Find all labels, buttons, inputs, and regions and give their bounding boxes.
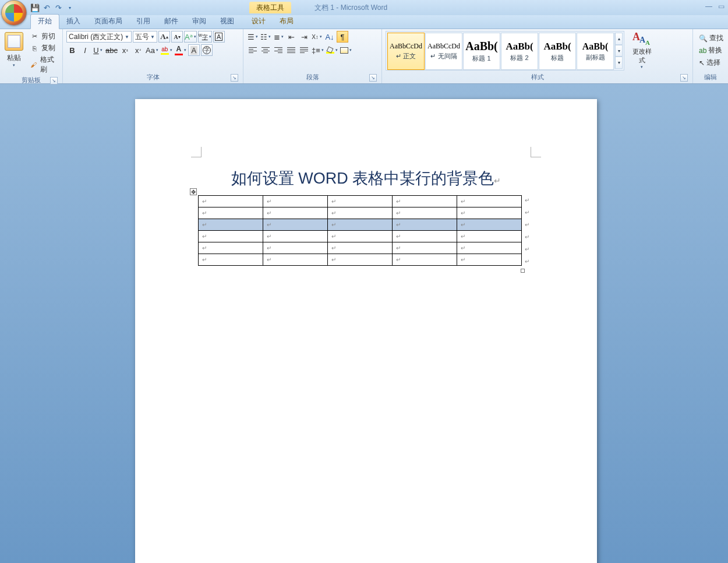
highlight-button[interactable]: ab xyxy=(160,44,173,56)
subscript-button[interactable]: x₂ xyxy=(119,44,131,56)
strike-button[interactable]: abc xyxy=(105,44,118,56)
table-cell[interactable]: ↵ xyxy=(199,254,263,266)
enclose-char-button[interactable]: 字 xyxy=(201,44,213,56)
table-cell[interactable]: ↵ xyxy=(263,242,328,254)
table-row[interactable]: ↵↵↵↵↵ xyxy=(199,219,522,231)
tab-view[interactable]: 视图 xyxy=(213,15,241,29)
undo-icon[interactable]: ↶ xyxy=(42,3,51,12)
change-case-button[interactable]: Aa xyxy=(145,44,159,56)
font-size-combo[interactable]: 五号▼ xyxy=(133,31,157,43)
italic-button[interactable]: I xyxy=(79,44,91,56)
document-area[interactable]: 如何设置 WORD 表格中某行的背景色↵ ✥ ↵↵↵↵↵↵↵↵↵↵↵↵↵↵↵↵↵… xyxy=(0,84,728,563)
find-button[interactable]: 🔍查找 xyxy=(698,32,725,44)
table-row[interactable]: ↵↵↵↵↵ xyxy=(199,254,522,266)
table-cell[interactable]: ↵ xyxy=(393,231,457,242)
tab-table-layout[interactable]: 布局 xyxy=(273,15,301,29)
table-cell[interactable]: ↵ xyxy=(457,207,522,219)
table-row[interactable]: ↵↵↵↵↵ xyxy=(199,242,522,254)
cut-button[interactable]: ✂剪切 xyxy=(29,31,59,42)
format-painter-button[interactable]: 🖌格式刷 xyxy=(29,54,59,75)
table-cell[interactable]: ↵ xyxy=(199,196,263,207)
table-cell[interactable]: ↵ xyxy=(328,242,393,254)
table-cell[interactable]: ↵ xyxy=(263,196,328,207)
table-cell[interactable]: ↵ xyxy=(199,207,263,219)
style-item-1[interactable]: AaBbCcDd↵ 无间隔 xyxy=(425,33,462,70)
table-cell[interactable]: ↵ xyxy=(263,219,328,231)
table-cell[interactable]: ↵ xyxy=(199,231,263,242)
restore-icon[interactable]: ▭ xyxy=(718,2,725,10)
table-move-handle[interactable]: ✥ xyxy=(190,188,197,195)
numbering-button[interactable]: ☷ xyxy=(260,31,271,43)
tab-review[interactable]: 审阅 xyxy=(185,15,213,29)
tab-references[interactable]: 引用 xyxy=(129,15,157,29)
document-table[interactable]: ↵↵↵↵↵↵↵↵↵↵↵↵↵↵↵↵↵↵↵↵↵↵↵↵↵↵↵↵↵↵ xyxy=(198,195,522,266)
office-button[interactable] xyxy=(1,0,27,26)
clear-format-button[interactable]: Aᵃ xyxy=(184,31,197,43)
distributed-button[interactable] xyxy=(298,44,310,56)
table-cell[interactable]: ↵ xyxy=(328,254,393,266)
table-row[interactable]: ↵↵↵↵↵ xyxy=(199,231,522,242)
font-color-button[interactable]: A xyxy=(174,44,187,56)
table-cell[interactable]: ↵ xyxy=(199,219,263,231)
char-shading-button[interactable]: A xyxy=(188,44,200,56)
table-cell[interactable]: ↵ xyxy=(263,254,328,266)
increase-indent-button[interactable]: ⇥ xyxy=(298,31,310,43)
table-cell[interactable]: ↵ xyxy=(328,231,393,242)
table-cell[interactable]: ↵ xyxy=(328,219,393,231)
superscript-button[interactable]: x² xyxy=(132,44,144,56)
table-cell[interactable]: ↵ xyxy=(393,242,457,254)
replace-button[interactable]: ab替换 xyxy=(698,44,725,57)
table-cell[interactable]: ↵ xyxy=(393,219,457,231)
align-left-button[interactable] xyxy=(247,44,259,56)
styles-launcher[interactable]: ↘ xyxy=(680,74,688,82)
page[interactable]: 如何设置 WORD 表格中某行的背景色↵ ✥ ↵↵↵↵↵↵↵↵↵↵↵↵↵↵↵↵↵… xyxy=(135,99,597,563)
table-resize-handle[interactable] xyxy=(521,269,525,273)
align-right-button[interactable] xyxy=(273,44,284,56)
copy-button[interactable]: ⎘复制 xyxy=(29,43,59,54)
style-item-4[interactable]: AaBb(标题 xyxy=(539,33,576,70)
paragraph-launcher[interactable]: ↘ xyxy=(369,74,377,82)
table-cell[interactable]: ↵ xyxy=(457,242,522,254)
align-center-button[interactable] xyxy=(260,44,271,56)
underline-button[interactable]: U xyxy=(92,44,104,56)
tab-home[interactable]: 开始 xyxy=(30,14,59,29)
table-cell[interactable]: ↵ xyxy=(199,242,263,254)
phonetic-guide-button[interactable]: w字 xyxy=(198,31,212,43)
table-cell[interactable]: ↵ xyxy=(393,207,457,219)
table-row[interactable]: ↵↵↵↵↵ xyxy=(199,207,522,219)
tab-table-design[interactable]: 设计 xyxy=(245,15,273,29)
show-marks-button[interactable]: ¶ xyxy=(337,31,348,43)
grow-font-button[interactable]: A▴ xyxy=(158,31,170,43)
gallery-up-button[interactable]: ▴ xyxy=(615,33,623,45)
gallery-down-button[interactable]: ▾ xyxy=(615,45,623,57)
document-heading[interactable]: 如何设置 WORD 表格中某行的背景色↵ xyxy=(135,168,597,189)
style-item-5[interactable]: AaBb(副标题 xyxy=(577,33,614,70)
style-item-2[interactable]: AaBb(标题 1 xyxy=(463,33,500,70)
table-cell[interactable]: ↵ xyxy=(457,254,522,266)
table-cell[interactable]: ↵ xyxy=(263,231,328,242)
bullets-button[interactable]: ☰ xyxy=(247,31,259,43)
styles-gallery[interactable]: AaBbCcDd↵ 正文AaBbCcDd↵ 无间隔AaBb(标题 1AaBb(标… xyxy=(386,31,624,71)
table-cell[interactable]: ↵ xyxy=(328,207,393,219)
style-item-0[interactable]: AaBbCcDd↵ 正文 xyxy=(387,33,425,70)
table-cell[interactable]: ↵ xyxy=(393,254,457,266)
change-styles-button[interactable]: A A A 更改样式 ▾ xyxy=(626,31,658,69)
qat-more-icon[interactable]: ▾ xyxy=(65,3,75,12)
tab-mailings[interactable]: 邮件 xyxy=(157,15,185,29)
borders-button[interactable] xyxy=(340,44,352,56)
paste-button[interactable]: 粘贴 ▾ xyxy=(3,31,24,75)
save-icon[interactable]: 💾 xyxy=(30,3,40,12)
justify-button[interactable] xyxy=(285,44,297,56)
tab-page-layout[interactable]: 页面布局 xyxy=(87,15,129,29)
select-button[interactable]: ↖选择 xyxy=(698,57,725,69)
sort-button[interactable]: A↓ xyxy=(324,31,335,43)
table-cell[interactable]: ↵ xyxy=(328,196,393,207)
decrease-indent-button[interactable]: ⇤ xyxy=(285,31,297,43)
redo-icon[interactable]: ↷ xyxy=(54,3,63,12)
table-cell[interactable]: ↵ xyxy=(263,207,328,219)
char-border-button[interactable]: A xyxy=(213,31,225,43)
bold-button[interactable]: B xyxy=(66,44,78,56)
shrink-font-button[interactable]: A▾ xyxy=(171,31,183,43)
table-row[interactable]: ↵↵↵↵↵ xyxy=(199,196,522,207)
shading-button[interactable] xyxy=(326,44,338,56)
